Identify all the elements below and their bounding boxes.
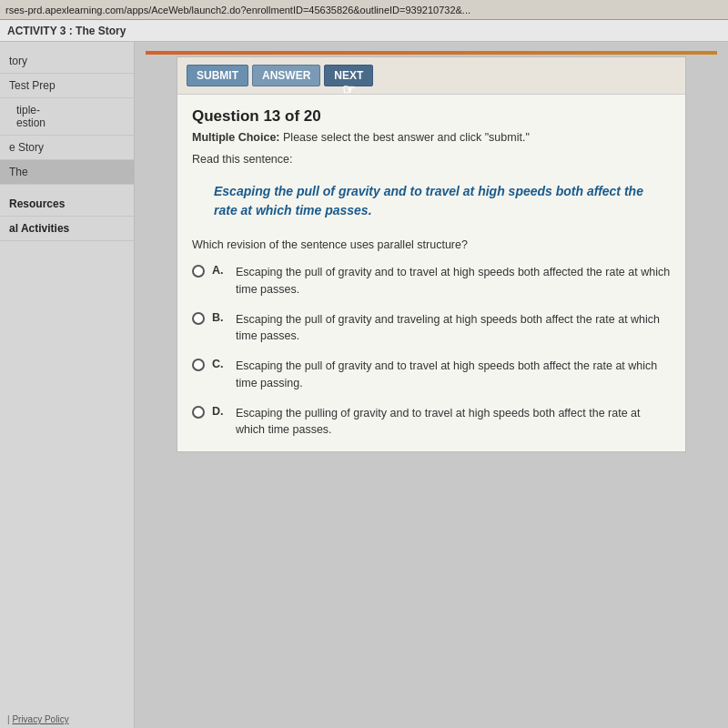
toolbar: SUBMIT ANSWER NEXT ☞ [177, 57, 685, 95]
answer-button[interactable]: ANSWER [252, 65, 320, 86]
answer-item-d: D. Escaping the pulling of gravity and t… [192, 405, 671, 440]
sidebar-item-multiple-question[interactable]: tiple-estion [0, 98, 134, 136]
label-c: C. [212, 358, 228, 370]
sidebar-section-activities: al Activities [0, 217, 134, 241]
url-text: rses-prd.apexlearning.com/apps/AceWeb/la… [5, 5, 470, 15]
label-d: D. [212, 405, 228, 418]
quiz-panel: SUBMIT ANSWER NEXT ☞ Question 13 of 20 M… [177, 56, 686, 452]
privacy-policy-link[interactable]: Privacy Policy [12, 714, 68, 724]
activity-label: ACTIVITY 3 : The Story [7, 25, 126, 37]
sidebar-item-test-prep[interactable]: Test Prep [0, 74, 134, 98]
sidebar-section-resources: Resources [0, 192, 134, 217]
cursor-icon: ☞ [342, 81, 355, 98]
browser-url-bar: rses-prd.apexlearning.com/apps/AceWeb/la… [0, 0, 728, 20]
sidebar-item-the-story[interactable]: e Story [0, 136, 134, 160]
radio-c[interactable] [192, 359, 205, 371]
page-footer: | Privacy Policy [0, 714, 728, 724]
quote-text: Escaping the pull of gravity and to trav… [214, 184, 643, 217]
submit-button[interactable]: SUBMIT [187, 65, 248, 86]
radio-d[interactable] [192, 406, 205, 419]
label-b: B. [212, 311, 228, 324]
quote-block: Escaping the pull of gravity and to trav… [210, 177, 652, 226]
answer-choices: A. Escaping the pull of gravity and to t… [192, 264, 671, 439]
text-a: Escaping the pull of gravity and to trav… [236, 264, 671, 298]
revision-prompt: Which revision of the sentence uses para… [192, 238, 671, 251]
accent-strip [146, 51, 717, 55]
radio-a[interactable] [192, 265, 205, 278]
sidebar: tory Test Prep tiple-estion e Story The … [0, 42, 135, 728]
content-area: SUBMIT ANSWER NEXT ☞ Question 13 of 20 M… [135, 42, 728, 728]
question-body: Question 13 of 20 Multiple Choice: Pleas… [177, 95, 685, 451]
activity-bar: ACTIVITY 3 : The Story [0, 20, 728, 42]
read-prompt: Read this sentence: [192, 153, 671, 166]
question-number: Question 13 of 20 [192, 107, 671, 126]
sidebar-item-story[interactable]: tory [0, 49, 134, 74]
sidebar-item-the[interactable]: The [0, 160, 134, 185]
answer-item-a: A. Escaping the pull of gravity and to t… [192, 264, 671, 298]
text-b: Escaping the pull of gravity and traveli… [236, 311, 671, 346]
label-a: A. [212, 264, 228, 277]
answer-item-c: C. Escaping the pull of gravity and to t… [192, 358, 671, 392]
next-button[interactable]: NEXT ☞ [324, 65, 373, 86]
text-c: Escaping the pull of gravity and to trav… [236, 358, 671, 392]
answer-item-b: B. Escaping the pull of gravity and trav… [192, 311, 671, 346]
text-d: Escaping the pulling of gravity and to t… [236, 405, 671, 440]
main-layout: tory Test Prep tiple-estion e Story The … [0, 42, 728, 728]
question-type: Multiple Choice: Please select the best … [192, 131, 671, 144]
radio-b[interactable] [192, 312, 205, 325]
